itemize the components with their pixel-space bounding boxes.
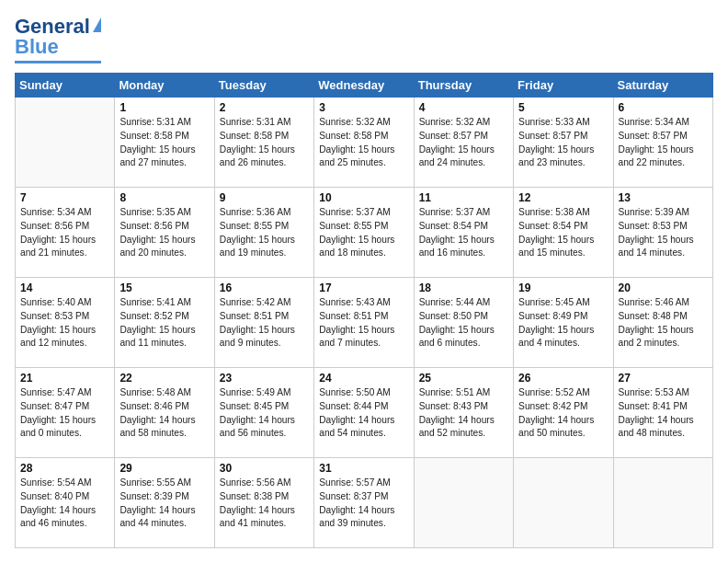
day-number: 5 — [518, 101, 608, 114]
day-info: Sunrise: 5:47 AM Sunset: 8:47 PM Dayligh… — [20, 386, 109, 441]
calendar-cell: 19Sunrise: 5:45 AM Sunset: 8:49 PM Dayli… — [514, 278, 613, 368]
day-info: Sunrise: 5:35 AM Sunset: 8:56 PM Dayligh… — [119, 206, 209, 260]
day-number: 17 — [319, 282, 408, 294]
calendar-cell: 22Sunrise: 5:48 AM Sunset: 8:46 PM Dayli… — [115, 368, 214, 458]
day-info: Sunrise: 5:31 AM Sunset: 8:58 PM Dayligh… — [119, 116, 209, 170]
day-info: Sunrise: 5:53 AM Sunset: 8:41 PM Dayligh… — [619, 386, 708, 441]
day-info: Sunrise: 5:34 AM Sunset: 8:56 PM Dayligh… — [20, 206, 109, 260]
day-info: Sunrise: 5:51 AM Sunset: 8:43 PM Dayligh… — [419, 386, 508, 441]
logo: General Blue — [15, 15, 101, 63]
logo-blue: Blue — [15, 35, 59, 59]
calendar-cell: 29Sunrise: 5:55 AM Sunset: 8:39 PM Dayli… — [115, 458, 214, 548]
day-info: Sunrise: 5:34 AM Sunset: 8:57 PM Dayligh… — [619, 116, 708, 170]
calendar-cell: 30Sunrise: 5:56 AM Sunset: 8:38 PM Dayli… — [214, 458, 313, 548]
day-number: 30 — [220, 462, 309, 475]
day-number: 26 — [518, 372, 608, 385]
calendar-cell: 17Sunrise: 5:43 AM Sunset: 8:51 PM Dayli… — [314, 278, 414, 368]
day-number: 19 — [518, 282, 608, 294]
weekday-header-row: SundayMondayTuesdayWednesdayThursdayFrid… — [16, 74, 713, 98]
day-info: Sunrise: 5:56 AM Sunset: 8:38 PM Dayligh… — [220, 477, 309, 531]
day-number: 2 — [220, 101, 309, 114]
calendar-cell: 1Sunrise: 5:31 AM Sunset: 8:58 PM Daylig… — [115, 98, 214, 188]
weekday-header-monday: Monday — [115, 74, 214, 98]
day-number: 6 — [619, 101, 708, 114]
calendar-week-row: 28Sunrise: 5:54 AM Sunset: 8:40 PM Dayli… — [16, 458, 713, 548]
day-info: Sunrise: 5:46 AM Sunset: 8:48 PM Dayligh… — [619, 296, 708, 350]
calendar-cell: 31Sunrise: 5:57 AM Sunset: 8:37 PM Dayli… — [314, 458, 414, 548]
calendar-cell: 25Sunrise: 5:51 AM Sunset: 8:43 PM Dayli… — [414, 368, 513, 458]
calendar-cell: 6Sunrise: 5:34 AM Sunset: 8:57 PM Daylig… — [613, 98, 712, 188]
calendar-cell — [414, 458, 513, 548]
day-info: Sunrise: 5:43 AM Sunset: 8:51 PM Dayligh… — [319, 296, 408, 350]
day-info: Sunrise: 5:55 AM Sunset: 8:39 PM Dayligh… — [119, 477, 209, 531]
calendar-week-row: 14Sunrise: 5:40 AM Sunset: 8:53 PM Dayli… — [16, 278, 713, 368]
calendar-week-row: 21Sunrise: 5:47 AM Sunset: 8:47 PM Dayli… — [16, 368, 713, 458]
day-info: Sunrise: 5:48 AM Sunset: 8:46 PM Dayligh… — [119, 386, 209, 441]
calendar-cell: 23Sunrise: 5:49 AM Sunset: 8:45 PM Dayli… — [214, 368, 313, 458]
day-number: 14 — [20, 282, 109, 294]
logo-underline — [15, 61, 101, 63]
weekday-header-thursday: Thursday — [414, 74, 513, 98]
calendar-cell: 12Sunrise: 5:38 AM Sunset: 8:54 PM Dayli… — [514, 188, 613, 278]
calendar-cell: 21Sunrise: 5:47 AM Sunset: 8:47 PM Dayli… — [16, 368, 115, 458]
day-number: 12 — [518, 191, 608, 204]
calendar-cell: 11Sunrise: 5:37 AM Sunset: 8:54 PM Dayli… — [414, 188, 513, 278]
day-number: 3 — [319, 101, 408, 114]
calendar-cell: 15Sunrise: 5:41 AM Sunset: 8:52 PM Dayli… — [115, 278, 214, 368]
calendar-cell: 9Sunrise: 5:36 AM Sunset: 8:55 PM Daylig… — [214, 188, 313, 278]
day-number: 22 — [119, 372, 209, 385]
day-number: 21 — [20, 372, 109, 385]
header: General Blue — [15, 15, 713, 63]
day-number: 18 — [419, 282, 508, 294]
calendar-cell: 26Sunrise: 5:52 AM Sunset: 8:42 PM Dayli… — [514, 368, 613, 458]
calendar-cell: 4Sunrise: 5:32 AM Sunset: 8:57 PM Daylig… — [414, 98, 513, 188]
day-number: 11 — [419, 191, 508, 204]
day-number: 23 — [220, 372, 309, 385]
day-info: Sunrise: 5:37 AM Sunset: 8:55 PM Dayligh… — [319, 206, 408, 260]
day-number: 15 — [119, 282, 209, 294]
weekday-header-friday: Friday — [514, 74, 613, 98]
calendar-cell: 3Sunrise: 5:32 AM Sunset: 8:58 PM Daylig… — [314, 98, 414, 188]
calendar-cell: 5Sunrise: 5:33 AM Sunset: 8:57 PM Daylig… — [514, 98, 613, 188]
day-info: Sunrise: 5:40 AM Sunset: 8:53 PM Dayligh… — [20, 296, 109, 350]
calendar-cell: 14Sunrise: 5:40 AM Sunset: 8:53 PM Dayli… — [16, 278, 115, 368]
weekday-header-saturday: Saturday — [613, 74, 712, 98]
calendar-cell — [16, 98, 115, 188]
day-info: Sunrise: 5:37 AM Sunset: 8:54 PM Dayligh… — [419, 206, 508, 260]
day-info: Sunrise: 5:50 AM Sunset: 8:44 PM Dayligh… — [319, 386, 408, 441]
day-info: Sunrise: 5:33 AM Sunset: 8:57 PM Dayligh… — [518, 116, 608, 170]
day-info: Sunrise: 5:39 AM Sunset: 8:53 PM Dayligh… — [619, 206, 708, 260]
calendar-cell: 13Sunrise: 5:39 AM Sunset: 8:53 PM Dayli… — [613, 188, 712, 278]
day-number: 16 — [220, 282, 309, 294]
day-number: 29 — [119, 462, 209, 475]
calendar-cell: 18Sunrise: 5:44 AM Sunset: 8:50 PM Dayli… — [414, 278, 513, 368]
calendar-cell: 27Sunrise: 5:53 AM Sunset: 8:41 PM Dayli… — [613, 368, 712, 458]
calendar-table: SundayMondayTuesdayWednesdayThursdayFrid… — [15, 73, 713, 548]
calendar-cell — [613, 458, 712, 548]
day-info: Sunrise: 5:31 AM Sunset: 8:58 PM Dayligh… — [220, 116, 309, 170]
calendar-week-row: 1Sunrise: 5:31 AM Sunset: 8:58 PM Daylig… — [16, 98, 713, 188]
weekday-header-tuesday: Tuesday — [214, 74, 313, 98]
calendar-cell: 28Sunrise: 5:54 AM Sunset: 8:40 PM Dayli… — [16, 458, 115, 548]
day-number: 10 — [319, 191, 408, 204]
day-info: Sunrise: 5:52 AM Sunset: 8:42 PM Dayligh… — [518, 386, 608, 441]
day-number: 9 — [220, 191, 309, 204]
day-number: 25 — [419, 372, 508, 385]
day-number: 24 — [319, 372, 408, 385]
page: General Blue SundayMondayTuesdayWednesda… — [0, 0, 728, 563]
calendar-week-row: 7Sunrise: 5:34 AM Sunset: 8:56 PM Daylig… — [16, 188, 713, 278]
weekday-header-wednesday: Wednesday — [314, 74, 414, 98]
day-number: 28 — [20, 462, 109, 475]
day-info: Sunrise: 5:45 AM Sunset: 8:49 PM Dayligh… — [518, 296, 608, 350]
day-info: Sunrise: 5:36 AM Sunset: 8:55 PM Dayligh… — [220, 206, 309, 260]
weekday-header-sunday: Sunday — [16, 74, 115, 98]
day-info: Sunrise: 5:49 AM Sunset: 8:45 PM Dayligh… — [220, 386, 309, 441]
calendar-cell: 24Sunrise: 5:50 AM Sunset: 8:44 PM Dayli… — [314, 368, 414, 458]
day-number: 4 — [419, 101, 508, 114]
day-info: Sunrise: 5:54 AM Sunset: 8:40 PM Dayligh… — [20, 477, 109, 531]
calendar-cell: 16Sunrise: 5:42 AM Sunset: 8:51 PM Dayli… — [214, 278, 313, 368]
day-number: 8 — [119, 191, 209, 204]
day-number: 27 — [619, 372, 708, 385]
calendar-cell: 7Sunrise: 5:34 AM Sunset: 8:56 PM Daylig… — [16, 188, 115, 278]
day-info: Sunrise: 5:42 AM Sunset: 8:51 PM Dayligh… — [220, 296, 309, 350]
